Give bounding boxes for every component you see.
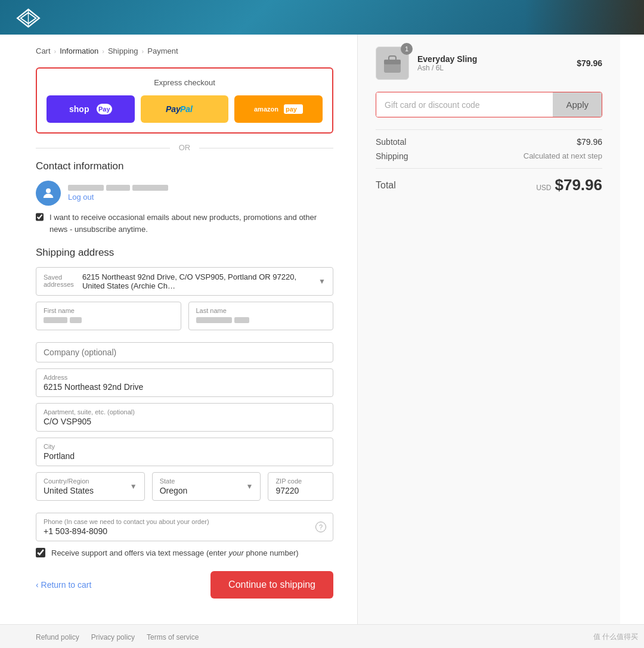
user-name-masked [68, 185, 333, 191]
state-chevron: ▼ [246, 482, 253, 491]
user-info: Log out [68, 185, 333, 201]
sms-checkbox-row: Receive support and offers via text mess… [36, 547, 333, 559]
country-select[interactable]: United States [44, 486, 128, 495]
phone-help-icon[interactable]: ? [315, 522, 326, 532]
action-row: ‹ Return to cart Continue to shipping [36, 571, 333, 599]
svg-text:pay: pay [286, 106, 298, 113]
svg-text:Pay: Pay [166, 104, 181, 114]
first-name-inner: First name [36, 302, 181, 330]
shipping-value: Calculated at next step [524, 151, 602, 161]
discount-input[interactable] [376, 92, 553, 117]
return-to-cart-button[interactable]: ‹ Return to cart [36, 580, 91, 590]
lname-mask-1 [196, 317, 232, 323]
zip-inner: ZIP code [268, 472, 333, 501]
last-name-label: Last name [196, 307, 326, 314]
country-label: Country/Region [44, 478, 128, 485]
breadcrumb-cart[interactable]: Cart [36, 46, 51, 55]
product-quantity-badge: 1 [401, 43, 413, 55]
state-label: State [160, 478, 244, 485]
apt-label: Apartment, suite, etc. (optional) [44, 408, 326, 416]
discount-row: Apply [376, 92, 602, 117]
amazonpay-button[interactable]: amazon pay [234, 95, 323, 123]
total-value-wrapper: USD $79.96 [536, 176, 602, 194]
state-field: State Oregon ▼ [152, 472, 261, 501]
shipping-label: Shipping [376, 151, 408, 161]
location-field-group: Country/Region United States ▼ State [36, 472, 333, 507]
svg-text:amazon: amazon [254, 106, 278, 113]
shoppay-icon: shop Pay [67, 103, 114, 116]
company-inner [36, 342, 333, 362]
shoppay-button[interactable]: shop Pay [47, 95, 135, 123]
phone-inner: Phone (In case we need to contact you ab… [36, 513, 333, 541]
privacy-policy-link[interactable]: Privacy policy [91, 633, 135, 641]
terms-link[interactable]: Terms of service [147, 633, 199, 641]
last-name-masked [196, 315, 326, 325]
newsletter-checkbox[interactable] [36, 212, 44, 222]
refund-policy-link[interactable]: Refund policy [36, 633, 79, 641]
svg-point-11 [46, 188, 51, 193]
city-label: City [44, 443, 326, 450]
zip-field: ZIP code [268, 472, 333, 501]
phone-field: Phone (In case we need to contact you ab… [36, 513, 333, 541]
apt-field: Apartment, suite, etc. (optional) [36, 403, 333, 432]
saved-addresses-inner: Saved addresses 6215 Northeast 92nd Driv… [36, 267, 333, 296]
subtotal-row: Subtotal $79.96 [376, 137, 602, 147]
phone-input[interactable] [44, 526, 326, 536]
subtotal-label: Subtotal [376, 137, 406, 147]
breadcrumb-sep-1: › [54, 48, 57, 55]
address-label: Address [44, 374, 326, 381]
contact-info-section: Contact information Log out [36, 160, 333, 235]
breadcrumb-payment[interactable]: Payment [147, 46, 178, 55]
breadcrumb-sep-3: › [142, 48, 144, 55]
product-bag-icon [380, 51, 404, 75]
paypal-button[interactable]: Pay Pal [141, 95, 229, 123]
amazonpay-icon: amazon pay [252, 103, 305, 116]
breadcrumb: Cart › Information › Shipping › Payment [36, 46, 333, 55]
sms-checkbox[interactable] [36, 548, 45, 557]
newsletter-label: I want to receive occasional emails abou… [49, 212, 333, 235]
express-checkout-box: Express checkout shop Pay Pay Pal [36, 67, 333, 134]
name-mask-1 [68, 185, 104, 191]
product-name: Everyday Sling [417, 54, 568, 64]
address-input[interactable] [44, 382, 326, 392]
header-bg-decoration [525, 0, 644, 35]
shipping-row: Shipping Calculated at next step [376, 151, 602, 161]
total-row: Total USD $79.96 [376, 176, 602, 194]
logout-link[interactable]: Log out [68, 193, 94, 201]
product-img-wrapper: 1 [376, 46, 409, 80]
continue-to-shipping-button[interactable]: Continue to shipping [210, 571, 333, 599]
first-name-label: First name [44, 307, 174, 314]
apt-input[interactable] [44, 417, 326, 426]
state-select[interactable]: Oregon [160, 486, 244, 495]
footer: Refund policy Privacy policy Terms of se… [0, 624, 644, 648]
city-input[interactable] [44, 451, 326, 461]
paypal-icon: Pay Pal [161, 103, 209, 116]
breadcrumb-shipping[interactable]: Shipping [108, 46, 138, 55]
saved-addresses-label: Saved addresses [44, 274, 82, 288]
fname-mask-1 [44, 317, 67, 323]
svg-text:shop: shop [69, 104, 89, 114]
country-field: Country/Region United States ▼ [36, 472, 145, 501]
apt-inner: Apartment, suite, etc. (optional) [36, 403, 333, 432]
state-select-container: State Oregon [160, 478, 244, 495]
product-variant: Ash / 6L [417, 64, 568, 72]
express-buttons: shop Pay Pay Pal amazon pay [47, 95, 323, 123]
country-chevron: ▼ [130, 482, 137, 491]
apply-button[interactable]: Apply [553, 92, 602, 117]
company-input[interactable] [44, 348, 326, 357]
first-name-field: First name [36, 302, 181, 330]
total-currency: USD [536, 184, 551, 192]
zip-input[interactable] [275, 486, 326, 495]
country-inner: Country/Region United States ▼ [36, 472, 145, 501]
newsletter-checkbox-row: I want to receive occasional emails abou… [36, 212, 333, 235]
state-inner: State Oregon ▼ [152, 472, 261, 501]
or-divider: OR [36, 143, 333, 152]
express-checkout-title: Express checkout [47, 78, 323, 87]
last-name-field: Last name [188, 302, 334, 330]
lname-mask-2 [234, 317, 249, 323]
name-mask-3 [132, 185, 168, 191]
product-price: $79.96 [577, 58, 602, 68]
logo-icon [12, 7, 45, 28]
user-row: Log out [36, 181, 333, 206]
breadcrumb-information[interactable]: Information [60, 46, 98, 55]
